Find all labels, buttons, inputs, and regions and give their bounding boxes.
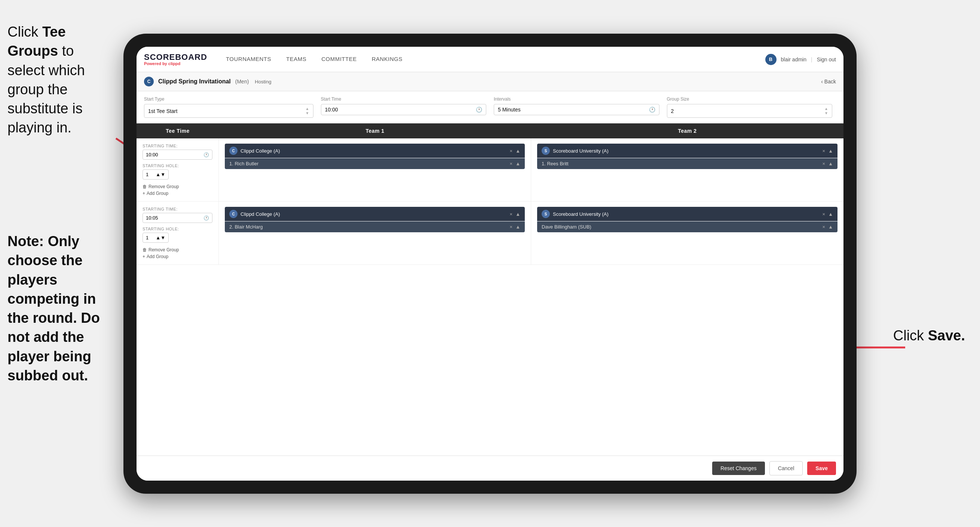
nav-right: B blair admin | Sign out (765, 54, 836, 65)
starting-hole-label-1: STARTING HOLE: (143, 164, 212, 168)
start-type-input[interactable]: 1st Tee Start ▲▼ (144, 104, 313, 118)
add-group-button-1[interactable]: + Add Group (143, 191, 212, 196)
chevron-player-2-2[interactable]: ▲ (828, 224, 833, 230)
team1-avatar-1: C (229, 146, 237, 155)
start-type-group: Start Type 1st Tee Start ▲▼ (144, 97, 317, 118)
time-input-1[interactable]: 10:00 🕐 (143, 150, 212, 160)
back-button[interactable]: ‹ Back (821, 78, 836, 84)
content-area: Start Type 1st Tee Start ▲▼ Start Time 1… (137, 91, 843, 455)
x-icon-player-1-1[interactable]: × (510, 161, 513, 166)
tablet-screen: SCOREBOARD Powered by clippd TOURNAMENTS… (137, 47, 843, 481)
team1-name-2: Clippd College (A) (240, 211, 280, 217)
team2-avatar-2: S (542, 210, 550, 218)
team2-header-1[interactable]: S Scoreboard University (A) × ▲ (537, 143, 837, 158)
time-icon-1: 🕐 (204, 152, 209, 158)
player-row-2-2[interactable]: Dave Billingham (SUB) × ▲ (537, 221, 837, 232)
chevron-team2-2[interactable]: ▲ (828, 211, 833, 217)
team2-header-2[interactable]: S Scoreboard University (A) × ▲ (537, 207, 837, 221)
chevron-team1-1[interactable]: ▲ (515, 148, 520, 154)
remove-group-button-2[interactable]: 🗑 Remove Group (143, 247, 212, 253)
team2-actions-2: × ▲ (822, 211, 833, 217)
player-row-1-2[interactable]: 2. Blair McHarg × ▲ (225, 221, 525, 232)
group-actions-2: 🗑 Remove Group + Add Group (143, 247, 212, 259)
team1-actions-2: × ▲ (510, 211, 520, 217)
logo-powered: Powered by clippd (144, 61, 207, 66)
cancel-button[interactable]: Cancel (769, 461, 803, 475)
group-actions-1: 🗑 Remove Group + Add Group (143, 184, 212, 196)
th-team2: Team 2 (531, 123, 843, 139)
tournament-avatar: C (144, 77, 154, 86)
nav-teams[interactable]: TEAMS (278, 47, 314, 72)
x-icon-player-2-2[interactable]: × (822, 224, 826, 230)
team1-actions-1: × ▲ (510, 148, 520, 154)
start-type-label: Start Type (144, 97, 313, 102)
x-icon-player-2-1[interactable]: × (822, 161, 826, 166)
group-size-label: Group Size (667, 97, 833, 102)
team2-cell-2: S Scoreboard University (A) × ▲ Dave Bil… (531, 202, 843, 264)
save-button[interactable]: Save (807, 462, 836, 475)
player-name-2-1: 1. Rees Britt (542, 161, 568, 166)
team2-name-1: Scoreboard University (A) (553, 148, 609, 154)
player-name-1-1: 1. Rich Butler (229, 161, 258, 166)
clock-icon-2: 🕐 (649, 107, 655, 113)
starting-time-label-1: STARTING TIME: (143, 143, 212, 148)
time-input-2[interactable]: 10:05 🕐 (143, 213, 212, 223)
x-icon-player-1-2[interactable]: × (510, 224, 513, 230)
hole-input-1[interactable]: 1 ▲▼ (143, 169, 169, 180)
username: blair admin (781, 56, 807, 62)
chevron-team2-1[interactable]: ▲ (828, 148, 833, 154)
team1-header-2[interactable]: C Clippd College (A) × ▲ (225, 207, 525, 221)
tournament-name: Clippd Spring Invitational (158, 78, 231, 85)
nav-tournaments[interactable]: TOURNAMENTS (218, 47, 278, 72)
player-actions-1-2: × ▲ (510, 224, 520, 230)
sign-out-link[interactable]: Sign out (817, 56, 836, 62)
player-actions-1-1: × ▲ (510, 161, 520, 166)
clock-icon: 🕐 (476, 107, 482, 113)
add-group-button-2[interactable]: + Add Group (143, 254, 212, 259)
annotation-top-left: Click Tee Groups to select which group t… (0, 22, 116, 138)
x-icon-team1-2[interactable]: × (510, 211, 513, 217)
starting-time-label-2: STARTING TIME: (143, 207, 212, 211)
start-type-value: 1st Tee Start (148, 108, 177, 114)
hole-input-2[interactable]: 1 ▲▼ (143, 232, 169, 243)
chevron-player-1-1[interactable]: ▲ (515, 161, 520, 166)
team1-header-1[interactable]: C Clippd College (A) × ▲ (225, 143, 525, 158)
intervals-label: Intervals (494, 97, 659, 102)
annotation-bottom-left: Note: Only choose the players competing … (0, 232, 116, 385)
tee-sidebar-2: STARTING TIME: 10:05 🕐 STARTING HOLE: 1 … (137, 202, 219, 264)
player-name-1-2: 2. Blair McHarg (229, 224, 263, 230)
chevron-player-1-2[interactable]: ▲ (515, 224, 520, 230)
player-row-1-1[interactable]: 1. Rich Butler × ▲ (225, 158, 525, 169)
x-icon-team2-2[interactable]: × (822, 211, 826, 217)
table-row: STARTING TIME: 10:05 🕐 STARTING HOLE: 1 … (137, 202, 843, 265)
team2-avatar-1: S (542, 146, 550, 155)
start-time-group: Start Time 10:00 🕐 (317, 97, 490, 118)
plus-icon-1: + (143, 191, 145, 196)
navbar: SCOREBOARD Powered by clippd TOURNAMENTS… (137, 47, 843, 72)
x-icon-team1-1[interactable]: × (510, 148, 513, 154)
start-time-input[interactable]: 10:00 🕐 (321, 104, 487, 115)
th-tee-time: Tee Time (137, 123, 219, 139)
x-icon-team2-1[interactable]: × (822, 148, 826, 154)
user-avatar: B (765, 54, 776, 65)
remove-group-button-1[interactable]: 🗑 Remove Group (143, 184, 212, 189)
team1-cell-2: C Clippd College (A) × ▲ 2. Blair McHarg (219, 202, 531, 264)
chevron-player-2-1[interactable]: ▲ (828, 161, 833, 166)
reset-changes-button[interactable]: Reset Changes (712, 462, 765, 475)
start-type-arrows: ▲▼ (305, 107, 309, 115)
team2-actions-1: × ▲ (822, 148, 833, 154)
start-time-label: Start Time (321, 97, 487, 102)
player-actions-2-1: × ▲ (822, 161, 833, 166)
chevron-team1-2[interactable]: ▲ (515, 211, 520, 217)
nav-rankings[interactable]: RANKINGS (364, 47, 410, 72)
player-row-2-1[interactable]: 1. Rees Britt × ▲ (537, 158, 837, 169)
group-size-input[interactable]: 2 ▲▼ (667, 104, 833, 118)
intervals-input[interactable]: 5 Minutes 🕐 (494, 104, 659, 115)
table-row: STARTING TIME: 10:00 🕐 STARTING HOLE: 1 … (137, 139, 843, 202)
nav-links: TOURNAMENTS TEAMS COMMITTEE RANKINGS (218, 47, 765, 72)
nav-committee[interactable]: COMMITTEE (314, 47, 364, 72)
player-name-2-2: Dave Billingham (SUB) (542, 224, 591, 230)
logo-scoreboard: SCOREBOARD (144, 53, 207, 61)
settings-row: Start Type 1st Tee Start ▲▼ Start Time 1… (137, 91, 843, 123)
sub-header: C Clippd Spring Invitational (Men) Hosti… (137, 72, 843, 91)
